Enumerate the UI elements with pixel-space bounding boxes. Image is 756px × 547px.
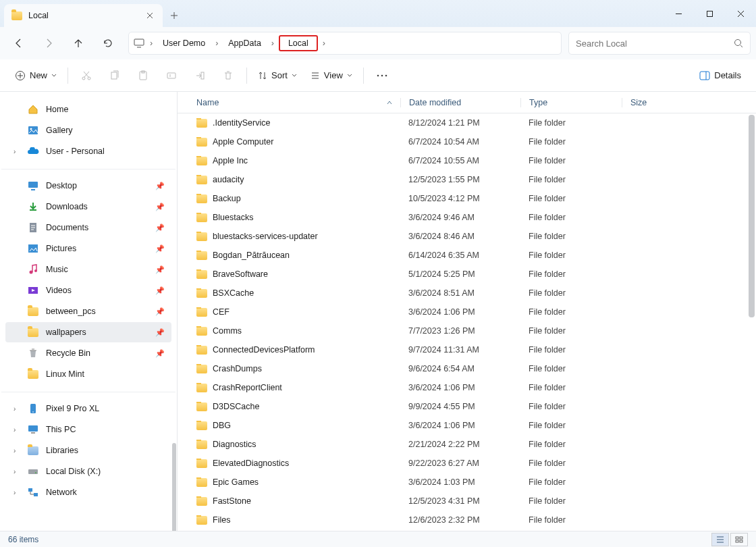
file-row[interactable]: D3DSCache9/9/2024 4:55 PMFile folder bbox=[178, 397, 756, 416]
sidebar-item[interactable]: Linux Mint bbox=[5, 364, 171, 384]
file-row[interactable]: Apple Inc6/7/2024 10:55 AMFile folder bbox=[178, 151, 756, 170]
file-row[interactable]: DBG3/6/2024 1:06 PMFile folder bbox=[178, 416, 756, 435]
file-row[interactable]: audacity12/5/2023 1:55 PMFile folder bbox=[178, 170, 756, 189]
sidebar-item[interactable]: ›User - Personal bbox=[5, 141, 171, 161]
up-button[interactable] bbox=[65, 31, 92, 55]
close-tab-button[interactable] bbox=[144, 9, 156, 22]
view-button[interactable]: View bbox=[305, 64, 358, 87]
chevron-right-icon[interactable]: › bbox=[14, 447, 16, 454]
new-button[interactable]: New bbox=[9, 64, 62, 87]
minimize-button[interactable] bbox=[663, 0, 694, 27]
chevron-right-icon[interactable]: › bbox=[14, 148, 16, 155]
chevron-right-icon[interactable]: › bbox=[14, 426, 16, 434]
column-type[interactable]: Type bbox=[520, 98, 622, 107]
more-button[interactable] bbox=[369, 64, 395, 87]
file-date: 3/6/2024 1:06 PM bbox=[400, 383, 520, 392]
file-row[interactable]: bluestacks-services-updater3/6/2024 8:46… bbox=[178, 227, 756, 246]
sidebar-item[interactable]: Desktop📌 bbox=[5, 176, 171, 196]
scrollbar[interactable] bbox=[749, 115, 755, 317]
chevron-right-icon[interactable]: › bbox=[146, 38, 156, 48]
breadcrumb-appdata[interactable]: AppData bbox=[223, 36, 267, 51]
sidebar-item[interactable]: ›Pixel 9 Pro XL bbox=[5, 398, 171, 419]
maximize-button[interactable] bbox=[694, 0, 725, 27]
refresh-button[interactable] bbox=[94, 31, 122, 55]
new-tab-button[interactable] bbox=[163, 4, 186, 27]
sidebar-item[interactable]: ›Local Disk (X:) bbox=[5, 461, 171, 481]
sidebar-item[interactable]: Home bbox=[5, 99, 171, 120]
breadcrumb-local[interactable]: Local bbox=[279, 35, 318, 51]
file-row[interactable]: Backup10/5/2023 4:12 PMFile folder bbox=[178, 189, 756, 208]
file-row[interactable]: Diagnostics2/21/2024 2:22 PMFile folder bbox=[178, 435, 756, 454]
sidebar-item[interactable]: wallpapers📌 bbox=[5, 322, 171, 342]
scrollbar[interactable] bbox=[172, 443, 176, 531]
close-window-button[interactable] bbox=[725, 0, 756, 27]
file-row[interactable]: BSXCache3/6/2024 8:51 AMFile folder bbox=[178, 284, 756, 303]
sidebar-item[interactable]: Downloads📌 bbox=[5, 197, 171, 217]
file-row[interactable]: BraveSoftware5/1/2024 5:25 PMFile folder bbox=[178, 265, 756, 284]
file-row[interactable]: Apple Computer6/7/2024 10:54 AMFile fold… bbox=[178, 132, 756, 151]
sidebar-item[interactable]: ›Libraries bbox=[5, 440, 171, 461]
details-pane-button[interactable]: Details bbox=[694, 64, 747, 87]
sidebar-item[interactable]: ›Network bbox=[5, 482, 171, 502]
file-name: Bogdan_Pătrăucean bbox=[213, 251, 290, 260]
sort-button[interactable]: Sort bbox=[252, 64, 302, 87]
file-row[interactable]: ElevatedDiagnostics9/22/2023 6:27 AMFile… bbox=[178, 454, 756, 473]
column-date[interactable]: Date modified bbox=[400, 98, 520, 107]
navigation-bar: › User Demo › AppData › Local › bbox=[0, 27, 756, 59]
file-row[interactable]: Files12/6/2023 2:32 PMFile folder bbox=[178, 511, 756, 529]
command-toolbar: New Sort View Details bbox=[0, 59, 756, 92]
file-row[interactable]: Bluestacks3/6/2024 9:46 AMFile folder bbox=[178, 208, 756, 227]
sidebar-item[interactable]: Pictures📌 bbox=[5, 238, 171, 259]
delete-button[interactable] bbox=[215, 64, 241, 87]
sidebar-item-label: wallpapers bbox=[46, 328, 86, 337]
file-row[interactable]: ConnectedDevicesPlatform9/7/2024 11:31 A… bbox=[178, 340, 756, 359]
back-button[interactable] bbox=[5, 31, 32, 55]
share-button[interactable] bbox=[187, 64, 213, 87]
paste-button[interactable] bbox=[130, 64, 156, 87]
copy-button[interactable] bbox=[102, 64, 128, 87]
chevron-right-icon[interactable]: › bbox=[14, 468, 16, 475]
sidebar-item[interactable]: Recycle Bin📌 bbox=[5, 343, 171, 363]
forward-button[interactable] bbox=[35, 31, 62, 55]
file-row[interactable]: CrashReportClient3/6/2024 1:06 PMFile fo… bbox=[178, 378, 756, 397]
file-row[interactable]: Epic Games3/6/2024 1:03 PMFile folder bbox=[178, 473, 756, 492]
svg-rect-9 bbox=[167, 73, 176, 78]
sidebar-item-label: Music bbox=[46, 265, 68, 274]
address-bar[interactable]: › User Demo › AppData › Local › bbox=[128, 32, 562, 55]
bin-icon bbox=[27, 347, 39, 359]
file-row[interactable]: CrashDumps9/6/2024 6:54 AMFile folder bbox=[178, 359, 756, 378]
rename-button[interactable] bbox=[159, 64, 184, 87]
chevron-right-icon[interactable]: › bbox=[14, 405, 16, 413]
sidebar-item[interactable]: Documents📌 bbox=[5, 217, 171, 238]
details-view-button[interactable] bbox=[711, 533, 729, 546]
chevron-down-icon bbox=[51, 73, 57, 78]
thumbnails-view-button[interactable] bbox=[730, 533, 748, 546]
chevron-right-icon[interactable]: › bbox=[319, 38, 329, 48]
sidebar-item[interactable]: Music📌 bbox=[5, 259, 171, 280]
column-name[interactable]: Name bbox=[178, 98, 400, 107]
file-row[interactable]: FastStone12/5/2023 4:31 PMFile folder bbox=[178, 492, 756, 511]
folder-icon bbox=[27, 368, 39, 380]
folder-icon bbox=[196, 497, 207, 506]
sidebar-item[interactable]: between_pcs📌 bbox=[5, 301, 171, 321]
file-row[interactable]: Comms7/7/2023 1:26 PMFile folder bbox=[178, 321, 756, 340]
file-name: Comms bbox=[213, 326, 242, 336]
breadcrumb-user[interactable]: User Demo bbox=[157, 36, 211, 51]
search-box[interactable] bbox=[568, 32, 751, 55]
column-size[interactable]: Size bbox=[622, 98, 689, 107]
file-type: File folder bbox=[520, 307, 622, 317]
chevron-right-icon[interactable]: › bbox=[212, 38, 221, 48]
cut-button[interactable] bbox=[74, 64, 99, 87]
sidebar-item[interactable]: Videos📌 bbox=[5, 280, 171, 301]
chevron-right-icon[interactable]: › bbox=[14, 489, 16, 496]
file-row[interactable]: .IdentityService8/12/2024 1:21 PMFile fo… bbox=[178, 113, 756, 132]
doc-icon bbox=[27, 222, 39, 234]
sidebar-item[interactable]: ›This PC bbox=[5, 419, 171, 440]
file-row[interactable]: CEF3/6/2024 1:06 PMFile folder bbox=[178, 303, 756, 321]
sidebar-item[interactable]: Gallery bbox=[5, 120, 171, 140]
search-input[interactable] bbox=[576, 38, 734, 49]
navigation-pane[interactable]: HomeGallery›User - Personal Desktop📌Down… bbox=[0, 92, 178, 531]
file-row[interactable]: Bogdan_Pătrăucean6/14/2024 6:35 AMFile f… bbox=[178, 246, 756, 265]
chevron-right-icon[interactable]: › bbox=[268, 38, 277, 48]
window-tab[interactable]: Local bbox=[4, 4, 163, 27]
